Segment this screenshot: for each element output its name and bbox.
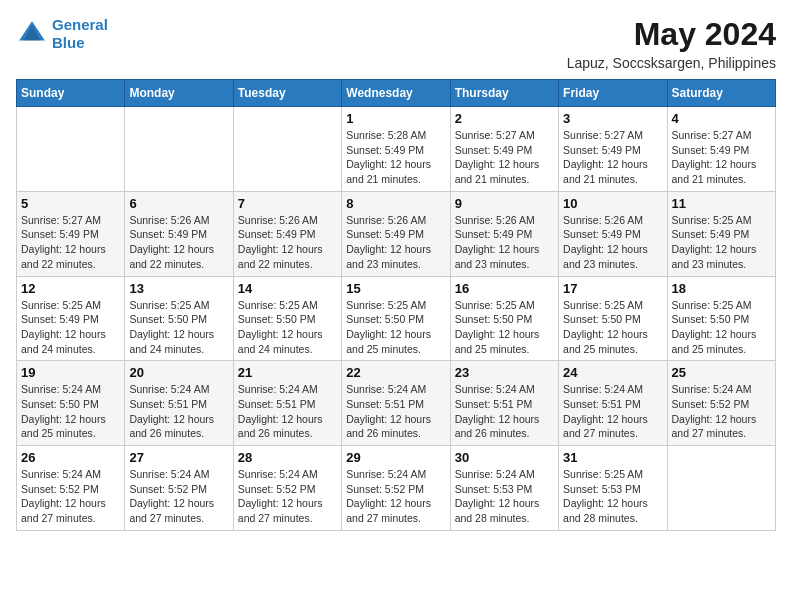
day-number: 30 xyxy=(455,450,554,465)
calendar-cell: 25Sunrise: 5:24 AM Sunset: 5:52 PM Dayli… xyxy=(667,361,775,446)
day-number: 10 xyxy=(563,196,662,211)
title-block: May 2024 Lapuz, Soccsksargen, Philippine… xyxy=(567,16,776,71)
day-number: 18 xyxy=(672,281,771,296)
day-info: Sunrise: 5:24 AM Sunset: 5:51 PM Dayligh… xyxy=(238,382,337,441)
calendar-day-header: Saturday xyxy=(667,80,775,107)
calendar-cell: 18Sunrise: 5:25 AM Sunset: 5:50 PM Dayli… xyxy=(667,276,775,361)
day-number: 29 xyxy=(346,450,445,465)
day-info: Sunrise: 5:25 AM Sunset: 5:50 PM Dayligh… xyxy=(346,298,445,357)
day-number: 20 xyxy=(129,365,228,380)
day-number: 13 xyxy=(129,281,228,296)
calendar-cell: 4Sunrise: 5:27 AM Sunset: 5:49 PM Daylig… xyxy=(667,107,775,192)
logo-icon xyxy=(16,18,48,50)
day-number: 28 xyxy=(238,450,337,465)
calendar-cell: 10Sunrise: 5:26 AM Sunset: 5:49 PM Dayli… xyxy=(559,191,667,276)
day-info: Sunrise: 5:24 AM Sunset: 5:52 PM Dayligh… xyxy=(672,382,771,441)
day-number: 23 xyxy=(455,365,554,380)
day-info: Sunrise: 5:24 AM Sunset: 5:51 PM Dayligh… xyxy=(563,382,662,441)
day-number: 9 xyxy=(455,196,554,211)
calendar-cell: 2Sunrise: 5:27 AM Sunset: 5:49 PM Daylig… xyxy=(450,107,558,192)
day-number: 25 xyxy=(672,365,771,380)
calendar-day-header: Tuesday xyxy=(233,80,341,107)
day-info: Sunrise: 5:24 AM Sunset: 5:52 PM Dayligh… xyxy=(238,467,337,526)
calendar-cell: 21Sunrise: 5:24 AM Sunset: 5:51 PM Dayli… xyxy=(233,361,341,446)
day-number: 27 xyxy=(129,450,228,465)
calendar-week-row: 5Sunrise: 5:27 AM Sunset: 5:49 PM Daylig… xyxy=(17,191,776,276)
day-info: Sunrise: 5:24 AM Sunset: 5:51 PM Dayligh… xyxy=(346,382,445,441)
day-info: Sunrise: 5:26 AM Sunset: 5:49 PM Dayligh… xyxy=(563,213,662,272)
day-info: Sunrise: 5:25 AM Sunset: 5:49 PM Dayligh… xyxy=(672,213,771,272)
day-info: Sunrise: 5:27 AM Sunset: 5:49 PM Dayligh… xyxy=(455,128,554,187)
calendar-cell xyxy=(125,107,233,192)
day-info: Sunrise: 5:27 AM Sunset: 5:49 PM Dayligh… xyxy=(21,213,120,272)
calendar-week-row: 26Sunrise: 5:24 AM Sunset: 5:52 PM Dayli… xyxy=(17,446,776,531)
day-number: 21 xyxy=(238,365,337,380)
calendar-week-row: 19Sunrise: 5:24 AM Sunset: 5:50 PM Dayli… xyxy=(17,361,776,446)
calendar-cell: 9Sunrise: 5:26 AM Sunset: 5:49 PM Daylig… xyxy=(450,191,558,276)
calendar-cell: 20Sunrise: 5:24 AM Sunset: 5:51 PM Dayli… xyxy=(125,361,233,446)
calendar-day-header: Monday xyxy=(125,80,233,107)
calendar-cell: 6Sunrise: 5:26 AM Sunset: 5:49 PM Daylig… xyxy=(125,191,233,276)
day-info: Sunrise: 5:25 AM Sunset: 5:50 PM Dayligh… xyxy=(563,298,662,357)
calendar-cell: 8Sunrise: 5:26 AM Sunset: 5:49 PM Daylig… xyxy=(342,191,450,276)
calendar-cell: 14Sunrise: 5:25 AM Sunset: 5:50 PM Dayli… xyxy=(233,276,341,361)
calendar-cell: 16Sunrise: 5:25 AM Sunset: 5:50 PM Dayli… xyxy=(450,276,558,361)
day-info: Sunrise: 5:26 AM Sunset: 5:49 PM Dayligh… xyxy=(238,213,337,272)
day-info: Sunrise: 5:24 AM Sunset: 5:51 PM Dayligh… xyxy=(129,382,228,441)
day-info: Sunrise: 5:24 AM Sunset: 5:52 PM Dayligh… xyxy=(21,467,120,526)
calendar-cell: 7Sunrise: 5:26 AM Sunset: 5:49 PM Daylig… xyxy=(233,191,341,276)
day-info: Sunrise: 5:25 AM Sunset: 5:50 PM Dayligh… xyxy=(129,298,228,357)
calendar-cell xyxy=(17,107,125,192)
calendar-cell: 30Sunrise: 5:24 AM Sunset: 5:53 PM Dayli… xyxy=(450,446,558,531)
day-number: 3 xyxy=(563,111,662,126)
calendar-cell: 22Sunrise: 5:24 AM Sunset: 5:51 PM Dayli… xyxy=(342,361,450,446)
calendar-cell: 24Sunrise: 5:24 AM Sunset: 5:51 PM Dayli… xyxy=(559,361,667,446)
day-info: Sunrise: 5:26 AM Sunset: 5:49 PM Dayligh… xyxy=(455,213,554,272)
day-number: 6 xyxy=(129,196,228,211)
calendar-cell: 11Sunrise: 5:25 AM Sunset: 5:49 PM Dayli… xyxy=(667,191,775,276)
day-number: 1 xyxy=(346,111,445,126)
calendar-cell xyxy=(667,446,775,531)
day-info: Sunrise: 5:24 AM Sunset: 5:51 PM Dayligh… xyxy=(455,382,554,441)
calendar-day-header: Sunday xyxy=(17,80,125,107)
calendar-cell: 29Sunrise: 5:24 AM Sunset: 5:52 PM Dayli… xyxy=(342,446,450,531)
calendar-week-row: 12Sunrise: 5:25 AM Sunset: 5:49 PM Dayli… xyxy=(17,276,776,361)
day-number: 8 xyxy=(346,196,445,211)
day-info: Sunrise: 5:26 AM Sunset: 5:49 PM Dayligh… xyxy=(129,213,228,272)
day-number: 12 xyxy=(21,281,120,296)
day-info: Sunrise: 5:24 AM Sunset: 5:50 PM Dayligh… xyxy=(21,382,120,441)
day-info: Sunrise: 5:27 AM Sunset: 5:49 PM Dayligh… xyxy=(672,128,771,187)
calendar-day-header: Friday xyxy=(559,80,667,107)
calendar-cell: 26Sunrise: 5:24 AM Sunset: 5:52 PM Dayli… xyxy=(17,446,125,531)
day-number: 7 xyxy=(238,196,337,211)
day-number: 2 xyxy=(455,111,554,126)
logo-text: General Blue xyxy=(52,16,108,52)
subtitle: Lapuz, Soccsksargen, Philippines xyxy=(567,55,776,71)
day-number: 4 xyxy=(672,111,771,126)
day-info: Sunrise: 5:24 AM Sunset: 5:52 PM Dayligh… xyxy=(346,467,445,526)
calendar-day-header: Wednesday xyxy=(342,80,450,107)
calendar-cell: 17Sunrise: 5:25 AM Sunset: 5:50 PM Dayli… xyxy=(559,276,667,361)
day-number: 19 xyxy=(21,365,120,380)
day-number: 17 xyxy=(563,281,662,296)
calendar-cell: 28Sunrise: 5:24 AM Sunset: 5:52 PM Dayli… xyxy=(233,446,341,531)
day-number: 11 xyxy=(672,196,771,211)
calendar-cell: 13Sunrise: 5:25 AM Sunset: 5:50 PM Dayli… xyxy=(125,276,233,361)
day-info: Sunrise: 5:24 AM Sunset: 5:53 PM Dayligh… xyxy=(455,467,554,526)
day-info: Sunrise: 5:25 AM Sunset: 5:50 PM Dayligh… xyxy=(455,298,554,357)
day-number: 22 xyxy=(346,365,445,380)
day-info: Sunrise: 5:26 AM Sunset: 5:49 PM Dayligh… xyxy=(346,213,445,272)
calendar-cell: 27Sunrise: 5:24 AM Sunset: 5:52 PM Dayli… xyxy=(125,446,233,531)
calendar-cell: 23Sunrise: 5:24 AM Sunset: 5:51 PM Dayli… xyxy=(450,361,558,446)
calendar-cell: 3Sunrise: 5:27 AM Sunset: 5:49 PM Daylig… xyxy=(559,107,667,192)
calendar-cell: 1Sunrise: 5:28 AM Sunset: 5:49 PM Daylig… xyxy=(342,107,450,192)
main-title: May 2024 xyxy=(567,16,776,53)
calendar-cell: 12Sunrise: 5:25 AM Sunset: 5:49 PM Dayli… xyxy=(17,276,125,361)
day-number: 15 xyxy=(346,281,445,296)
calendar-week-row: 1Sunrise: 5:28 AM Sunset: 5:49 PM Daylig… xyxy=(17,107,776,192)
day-number: 24 xyxy=(563,365,662,380)
calendar-cell: 31Sunrise: 5:25 AM Sunset: 5:53 PM Dayli… xyxy=(559,446,667,531)
calendar-body: 1Sunrise: 5:28 AM Sunset: 5:49 PM Daylig… xyxy=(17,107,776,531)
calendar-cell: 19Sunrise: 5:24 AM Sunset: 5:50 PM Dayli… xyxy=(17,361,125,446)
day-info: Sunrise: 5:28 AM Sunset: 5:49 PM Dayligh… xyxy=(346,128,445,187)
